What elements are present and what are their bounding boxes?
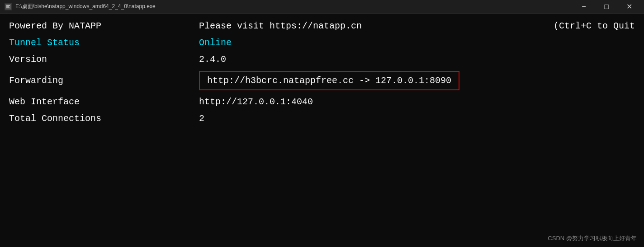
quit-label: (Ctrl+C to Quit [554, 21, 635, 31]
svg-rect-2 [6, 6, 9, 7]
maximize-button[interactable]: □ [596, 0, 617, 14]
version-row: Version 2.4.0 [9, 54, 635, 65]
forwarding-value: http://h3bcrc.natappfree.cc -> 127.0.0.1… [207, 75, 451, 86]
total-connections-row: Total Connections 2 [9, 113, 635, 124]
version-label: Version [9, 54, 199, 65]
tunnel-status-value: Online [199, 37, 232, 48]
close-button[interactable]: ✕ [619, 0, 639, 14]
tunnel-status-row: Tunnel Status Online [9, 37, 635, 48]
visit-label: Please visit https://natapp.cn [199, 21, 554, 31]
watermark: CSDN @努力学习积极向上好青年 [548, 234, 637, 242]
title-bar-controls: − □ ✕ [573, 0, 639, 14]
app-icon [5, 3, 12, 10]
forwarding-row: Forwarding http://h3bcrc.natappfree.cc -… [9, 71, 635, 90]
total-connections-label: Total Connections [9, 113, 199, 124]
version-value: 2.4.0 [199, 54, 226, 65]
svg-rect-3 [6, 7, 9, 8]
tunnel-status-label: Tunnel Status [9, 37, 199, 48]
web-interface-value: http://127.0.0.1:4040 [199, 97, 313, 107]
title-bar: E:\桌面\bishe\natapp_windows_amd64_2_4_0\n… [0, 0, 644, 14]
minimize-button[interactable]: − [573, 0, 594, 14]
window-title: E:\桌面\bishe\natapp_windows_amd64_2_4_0\n… [15, 3, 156, 10]
brand-label: Powered By NATAPP [9, 21, 199, 31]
svg-rect-1 [6, 5, 10, 6]
forwarding-label: Forwarding [9, 75, 199, 86]
title-bar-left: E:\桌面\bishe\natapp_windows_amd64_2_4_0\n… [5, 3, 156, 10]
web-interface-label: Web Interface [9, 97, 199, 107]
web-interface-row: Web Interface http://127.0.0.1:4040 [9, 97, 635, 107]
header-row: Powered By NATAPP Please visit https://n… [9, 21, 635, 31]
total-connections-value: 2 [199, 113, 204, 124]
console-body: Powered By NATAPP Please visit https://n… [0, 14, 644, 247]
forwarding-box: http://h3bcrc.natappfree.cc -> 127.0.0.1… [199, 71, 459, 90]
